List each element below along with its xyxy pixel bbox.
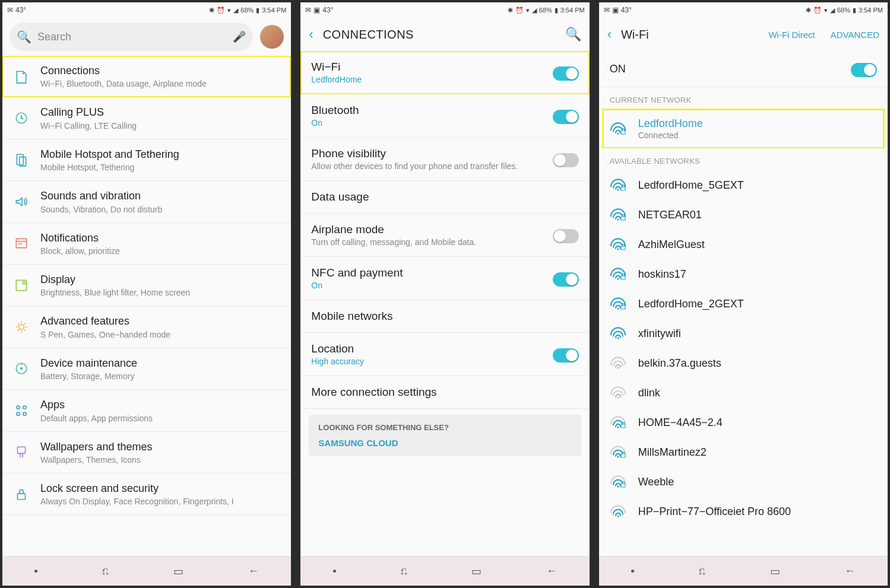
svg-rect-25 [621, 187, 625, 190]
settings-item-connections[interactable]: ConnectionsWi−Fi, Bluetooth, Data usage,… [2, 56, 291, 97]
item-title: Lock screen and security [40, 482, 281, 495]
wifi-signal-icon [610, 297, 626, 310]
svg-rect-3 [17, 155, 23, 165]
svg-point-9 [23, 281, 25, 284]
card-link[interactable]: SAMSUNG CLOUD [318, 438, 571, 448]
wifi-network[interactable]: AzhiMelGuest [599, 230, 888, 259]
nav-back[interactable]: ← [845, 565, 856, 577]
settings-item-calling[interactable]: +Calling PLUSWi−Fi Calling, LTE Calling [2, 97, 291, 139]
item-sub: Block, allow, prioritize [40, 246, 281, 256]
status-temp: 43° [621, 6, 632, 14]
nav-home[interactable]: ▭ [770, 565, 780, 578]
wifi-icon: ▾ [526, 7, 530, 14]
wifi-network[interactable]: dlink [599, 378, 888, 408]
profile-avatar[interactable] [260, 25, 284, 49]
wifi-name: HOME−4A45−2.4 [638, 417, 723, 429]
item-sub: Allow other devices to find your phone a… [311, 161, 544, 171]
settings-item-display[interactable]: DisplayBrightness, Blue light filter, Ho… [2, 265, 291, 306]
nav-home[interactable]: ▭ [471, 565, 482, 578]
item-title: Device maintenance [40, 357, 281, 370]
svg-point-35 [617, 367, 619, 368]
header: ‹ CONNECTIONS 🔍 [300, 18, 589, 51]
battery-icon: ▮ [853, 7, 856, 14]
wifi-network[interactable]: Weeble [599, 467, 888, 497]
settings-item-lock[interactable]: Lock screen and securityAlways On Displa… [2, 473, 291, 515]
settings-item-maint[interactable]: Device maintenanceBattery, Storage, Memo… [2, 348, 291, 390]
back-button[interactable]: ‹ [309, 27, 313, 42]
nav-recents[interactable]: ⎌ [401, 565, 407, 577]
item-title: Sounds and vibration [40, 189, 281, 203]
wifi-network[interactable]: HOME−4A45−2.4 [599, 408, 888, 437]
wifi-direct-button[interactable]: Wi-Fi Direct [768, 30, 815, 40]
conn-item-0[interactable]: Wi−FiLedfordHome [300, 51, 589, 94]
settings-item-notif[interactable]: NotificationsBlock, allow, prioritize [2, 223, 291, 265]
item-title: Location [311, 342, 544, 355]
settings-item-hotspot[interactable]: Mobile Hotspot and TetheringMobile Hotsp… [2, 139, 291, 181]
conn-item-3[interactable]: Data usage [300, 181, 589, 214]
mail-icon: ✉ [604, 6, 610, 14]
back-button[interactable]: ‹ [607, 27, 612, 42]
toggle[interactable] [553, 110, 579, 124]
gallery-icon: ▣ [612, 6, 619, 14]
wifi-name: belkin.37a.guests [638, 357, 721, 370]
conn-item-4[interactable]: Airplane modeTurn off calling, messaging… [300, 214, 589, 257]
status-bar: ✉ 43° ✱ ⏰ ▾ ◢ 68% ▮ 3:54 PM [2, 2, 291, 18]
wifi-toggle[interactable] [851, 63, 877, 77]
toggle[interactable] [553, 229, 579, 243]
wifi-status: Connected [638, 131, 703, 140]
wifi-network[interactable]: LedfordHome_5GEXT [599, 170, 888, 200]
nav-home[interactable]: ▭ [173, 565, 183, 578]
wifi-name: LedfordHome_2GEXT [638, 298, 744, 310]
conn-item-8[interactable]: More connection settings [300, 376, 589, 409]
svg-point-15 [23, 406, 26, 409]
wifi-network[interactable]: MillsMartinez2 [599, 437, 888, 467]
settings-item-adv[interactable]: Advanced featuresS Pen, Games, One−hande… [2, 306, 291, 348]
bluetooth-icon: ✱ [806, 7, 811, 14]
toggle[interactable] [553, 348, 579, 363]
svg-point-39 [617, 456, 619, 457]
bluetooth-icon: ✱ [209, 7, 214, 14]
wifi-network[interactable]: LedfordHome_2GEXT [599, 289, 888, 319]
wifi-network[interactable]: NETGEAR01 [599, 200, 888, 230]
conn-item-5[interactable]: NFC and paymentOn [300, 257, 589, 300]
wifi-on-row[interactable]: ON [599, 51, 888, 87]
settings-item-sound[interactable]: Sounds and vibrationSounds, Vibration, D… [2, 181, 291, 223]
display-icon [13, 277, 30, 294]
nav-recents[interactable]: ⎌ [102, 565, 109, 577]
wifi-network[interactable]: xfinitywifi [599, 319, 888, 348]
toggle[interactable] [553, 272, 579, 287]
toggle[interactable] [553, 66, 579, 81]
wifi-current[interactable]: LedfordHomeConnected [603, 109, 884, 148]
settings-item-apps[interactable]: AppsDefault apps, App permissions [2, 390, 291, 431]
wifi-signal-icon [610, 446, 626, 459]
search-icon[interactable]: 🔍 [565, 27, 581, 42]
item-title: Connections [40, 64, 281, 78]
conn-item-7[interactable]: LocationHigh accuracy [300, 333, 589, 376]
svg-point-26 [617, 218, 619, 220]
adv-icon [13, 319, 30, 335]
wifi-network[interactable]: hoskins17 [599, 259, 888, 289]
wifi-signal-icon [610, 238, 626, 251]
signal-icon: ◢ [830, 7, 835, 14]
wifi-network[interactable]: HP−Print−77−Officeiet Pro 8600 [599, 497, 888, 526]
item-sub: Brightness, Blue light filter, Home scre… [40, 288, 281, 297]
nav-back[interactable]: ← [248, 565, 259, 577]
connections-list: Wi−FiLedfordHomeBluetoothOnPhone visibil… [300, 51, 589, 556]
card-header: LOOKING FOR SOMETHING ELSE? [318, 423, 571, 432]
toggle[interactable] [553, 153, 579, 167]
search-bar[interactable]: 🔍 Search 🎤 [9, 23, 253, 51]
conn-item-2[interactable]: Phone visibilityAllow other devices to f… [300, 138, 589, 181]
svg-point-22 [617, 132, 619, 134]
advanced-button[interactable]: ADVANCED [831, 30, 879, 40]
settings-item-wall[interactable]: Wallpapers and themesWallpapers, Themes,… [2, 432, 291, 473]
svg-rect-18 [17, 447, 25, 453]
conn-item-1[interactable]: BluetoothOn [300, 94, 589, 138]
nav-back[interactable]: ← [546, 565, 557, 577]
conn-item-6[interactable]: Mobile networks [300, 300, 589, 333]
wifi-network[interactable]: belkin.37a.guests [599, 348, 888, 378]
svg-text:+: + [20, 114, 23, 121]
mic-icon[interactable]: 🎤 [233, 30, 246, 43]
svg-rect-21 [17, 494, 25, 500]
svg-rect-27 [621, 217, 625, 220]
nav-recents[interactable]: ⎌ [699, 565, 705, 577]
